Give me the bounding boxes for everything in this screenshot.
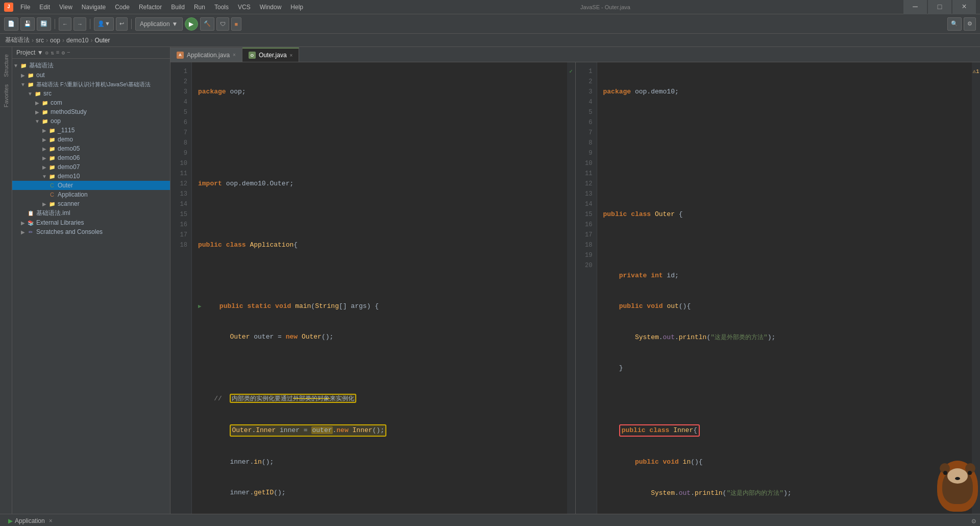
menu-help[interactable]: Help bbox=[286, 3, 307, 12]
build-button[interactable]: 🔨 bbox=[200, 17, 214, 31]
tab-application-close[interactable]: × bbox=[233, 52, 236, 58]
menu-bar: J File Edit View Navigate Code Refactor … bbox=[0, 0, 980, 14]
run-profile-button[interactable]: 👤▼ bbox=[94, 17, 114, 31]
menu-vcs[interactable]: VCS bbox=[234, 3, 255, 12]
code-content-left[interactable]: package oop; import oop.demo10.Outer; pu… bbox=[192, 62, 567, 514]
tree-item-scratches[interactable]: ▶ ✏ Scratches and Consoles bbox=[12, 227, 170, 236]
settings-button[interactable]: ⚙ bbox=[964, 17, 976, 31]
run-config-label: Application bbox=[140, 20, 170, 28]
tree-item-out[interactable]: ▶ 📁 out bbox=[12, 70, 170, 80]
tab-application-label: Application.java bbox=[187, 52, 230, 59]
breadcrumb-sep-4: › bbox=[90, 37, 92, 44]
code-editor-left[interactable]: 12345 678910 1112131415 161718 package o… bbox=[170, 62, 575, 514]
tree-item-com[interactable]: ▶ 📁 com bbox=[12, 98, 170, 107]
structure-tab[interactable]: Structure bbox=[2, 51, 10, 80]
menu-edit[interactable]: Edit bbox=[35, 3, 54, 12]
tab-outer-java[interactable]: O Outer.java × bbox=[242, 47, 300, 62]
editor-area: A Application.java × O Outer.java × 1234… bbox=[170, 47, 980, 514]
menu-tools[interactable]: Tools bbox=[210, 3, 233, 12]
tree-item-outer[interactable]: C Outer bbox=[12, 181, 170, 190]
panel-icon-locate[interactable]: ⊙ bbox=[45, 50, 49, 56]
stop-button[interactable]: ■ bbox=[231, 17, 242, 31]
search-everywhere-button[interactable]: 🔍 bbox=[947, 17, 962, 31]
forward-button[interactable]: → bbox=[74, 17, 86, 31]
maximize-button[interactable]: □ bbox=[928, 0, 951, 14]
tree-item-demo10[interactable]: ▼ 📁 demo10 bbox=[12, 172, 170, 181]
tree-item-oop[interactable]: ▼ 📁 oop bbox=[12, 116, 170, 126]
new-file-button[interactable]: 📄 bbox=[4, 17, 18, 31]
tree-item-src[interactable]: ▼ 📁 src bbox=[12, 89, 170, 98]
tree-item-demo05[interactable]: ▶ 📁 demo05 bbox=[12, 144, 170, 153]
tab-outer-close[interactable]: × bbox=[290, 53, 293, 58]
menu-file[interactable]: File bbox=[16, 3, 34, 12]
tree-item-method[interactable]: ▶ 📁 methodStudy bbox=[12, 107, 170, 116]
tree-item-scanner[interactable]: ▶ 📁 scanner bbox=[12, 199, 170, 208]
code-editor-right[interactable]: 12345 678910 1112131415 1617181920 packa… bbox=[576, 62, 981, 514]
chevron-down-icon: ▼ bbox=[172, 20, 178, 28]
run-panel-header: ▶ Application × ⚙ bbox=[0, 514, 980, 526]
run-tab-close[interactable]: × bbox=[49, 517, 53, 524]
editor-tabs: A Application.java × O Outer.java × bbox=[170, 47, 980, 62]
tree-item-demo06[interactable]: ▶ 📁 demo06 bbox=[12, 153, 170, 162]
menu-refactor[interactable]: Refactor bbox=[135, 3, 166, 12]
menu-window[interactable]: Window bbox=[256, 3, 286, 12]
line-numbers-right: 12345 678910 1112131415 1617181920 bbox=[576, 62, 597, 514]
editor-pane-right: 12345 678910 1112131415 1617181920 packa… bbox=[576, 62, 981, 514]
tree-item-demo[interactable]: ▶ 📁 demo bbox=[12, 135, 170, 144]
editor-pane-left: 12345 678910 1112131415 161718 package o… bbox=[170, 62, 576, 514]
breadcrumb-item-1[interactable]: 基础语法 bbox=[5, 36, 30, 44]
tree-item-jichu[interactable]: ▼ 📁 基础语法 F:\重新认识计算机\JavaSe\基础语法 bbox=[12, 80, 170, 89]
toolbar-separator-3 bbox=[131, 19, 132, 29]
tab-outer-icon: O bbox=[249, 52, 256, 59]
project-panel-title: Project ▼ bbox=[16, 49, 43, 56]
breadcrumb-sep-3: › bbox=[62, 37, 64, 44]
tree-item-demo07[interactable]: ▶ 📁 demo07 bbox=[12, 162, 170, 172]
code-content-right[interactable]: package oop.demo10; public class Outer {… bbox=[597, 62, 972, 514]
favorites-tab[interactable]: Favorites bbox=[2, 81, 10, 110]
toolbar-right: 🔍 ⚙ bbox=[947, 17, 976, 31]
project-panel-header: Project ▼ ⊙ ⇅ ≡ ⚙ − bbox=[12, 47, 170, 59]
run-tab-label: Application bbox=[15, 517, 45, 524]
run-panel: ▶ Application × ⚙ ▶ ↗ ↺ ↓ ■ 📷 ↑ ↓ 🗑 D:\c… bbox=[0, 514, 980, 526]
menu-build[interactable]: Build bbox=[167, 3, 189, 12]
panel-icon-collapse[interactable]: ≡ bbox=[56, 50, 60, 56]
app-logo: J bbox=[4, 3, 13, 12]
tree-item-1115[interactable]: ▶ 📁 _1115 bbox=[12, 126, 170, 135]
tab-application-java[interactable]: A Application.java × bbox=[170, 47, 242, 62]
run-tab[interactable]: ▶ Application × bbox=[4, 514, 57, 527]
run-config-dropdown[interactable]: Application ▼ bbox=[135, 17, 183, 31]
project-panel: Project ▼ ⊙ ⇅ ≡ ⚙ − ▼ 📁 基础语法 ▶ 📁 out bbox=[12, 47, 170, 514]
breadcrumb-item-2[interactable]: src bbox=[36, 37, 44, 44]
save-button[interactable]: 💾 bbox=[20, 17, 35, 31]
run-settings-button[interactable]: ⚙ bbox=[972, 517, 976, 525]
breadcrumb-item-4[interactable]: demo10 bbox=[66, 37, 88, 44]
panel-icon-expand[interactable]: ⇅ bbox=[51, 50, 54, 56]
tree-item-iml[interactable]: 📋 基础语法.iml bbox=[12, 208, 170, 218]
panel-icon-minimize[interactable]: − bbox=[67, 50, 70, 56]
tree-item-application[interactable]: C Application bbox=[12, 190, 170, 199]
menu-code[interactable]: Code bbox=[111, 3, 134, 12]
left-strip: Structure Favorites bbox=[0, 47, 12, 514]
panel-icon-settings[interactable]: ⚙ bbox=[61, 50, 65, 56]
menu-view[interactable]: View bbox=[55, 3, 77, 12]
sync-button[interactable]: 🔄 bbox=[37, 17, 51, 31]
tree-root[interactable]: ▼ 📁 基础语法 bbox=[12, 61, 170, 70]
menu-run[interactable]: Run bbox=[190, 3, 209, 12]
close-button[interactable]: × bbox=[952, 0, 976, 14]
coverage-button[interactable]: 🛡 bbox=[216, 17, 229, 31]
minimize-button[interactable]: ─ bbox=[903, 0, 927, 14]
line-numbers-left: 12345 678910 1112131415 161718 bbox=[170, 62, 192, 514]
tab-java-icon: A bbox=[177, 52, 184, 59]
tree-item-external-libs[interactable]: ▶ 📚 External Libraries bbox=[12, 218, 170, 227]
run-button[interactable]: ▶ bbox=[185, 17, 198, 31]
panel-icons: ⊙ ⇅ ≡ ⚙ − bbox=[45, 50, 70, 56]
breadcrumb-item-3[interactable]: oop bbox=[50, 37, 60, 44]
back-button[interactable]: ← bbox=[59, 17, 71, 31]
editor-panes: 12345 678910 1112131415 161718 package o… bbox=[170, 62, 980, 514]
menu-navigate[interactable]: Navigate bbox=[78, 3, 110, 12]
tab-outer-label: Outer.java bbox=[259, 52, 287, 59]
breadcrumb-item-5[interactable]: Outer bbox=[94, 37, 110, 44]
window-title: JavaSE - Outer.java bbox=[580, 4, 630, 10]
rollback-button[interactable]: ↩ bbox=[116, 17, 128, 31]
breadcrumb-sep-1: › bbox=[32, 37, 34, 44]
